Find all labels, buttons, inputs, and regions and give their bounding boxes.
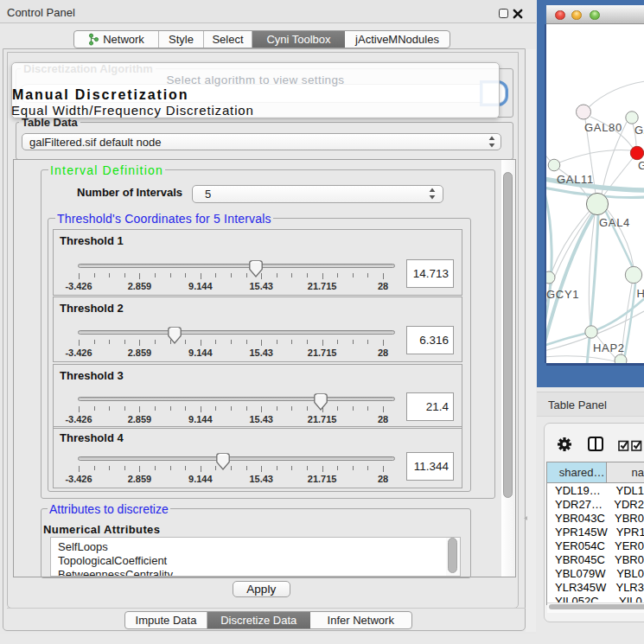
svg-text:GCY1: GCY1 — [546, 288, 579, 301]
svg-text:GAL11: GAL11 — [557, 173, 594, 186]
svg-text:GAL80: GAL80 — [584, 121, 622, 134]
svg-text:GA: GA — [634, 124, 644, 137]
svg-text:G: G — [638, 159, 644, 172]
svg-text:GAL4: GAL4 — [599, 216, 630, 229]
svg-text:H: H — [637, 287, 644, 300]
svg-text:HAP2: HAP2 — [593, 341, 625, 354]
